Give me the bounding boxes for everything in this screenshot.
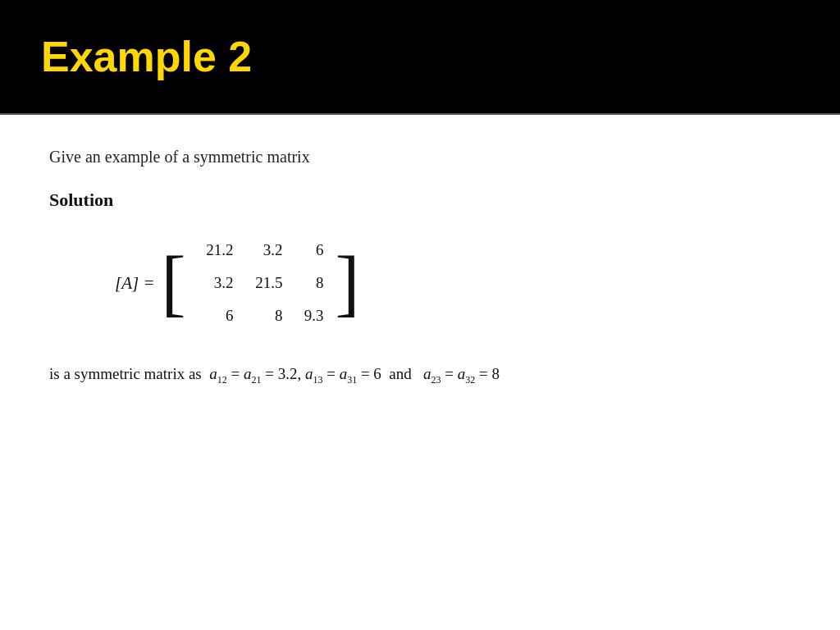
cell-0-2: 6	[290, 241, 331, 259]
statement-prefix: is a symmetric matrix as	[49, 360, 209, 388]
intro-text: Give an example of a symmetric matrix	[49, 148, 791, 167]
solution-label: Solution	[49, 189, 791, 211]
matrix-section: [A] = [ 21.2 3.2 6 3.2 21.5 8 6 8 9.3 ]	[115, 235, 791, 331]
statement-line: is a symmetric matrix as a12 = a21 = 3.2…	[49, 360, 791, 389]
bracket-right: ]	[336, 246, 360, 320]
header: Example 2	[0, 0, 840, 115]
bracket-left: [	[162, 246, 186, 320]
matrix-grid: 21.2 3.2 6 3.2 21.5 8 6 8 9.3	[191, 235, 331, 331]
and-text: and	[389, 360, 423, 388]
condition-2: a13 = a31 = 6	[305, 360, 389, 389]
matrix-label: [A] =	[115, 273, 155, 294]
cell-0-0: 21.2	[191, 241, 240, 259]
condition-1: a12 = a21 = 3.2,	[209, 360, 305, 389]
matrix-bracket-container: [ 21.2 3.2 6 3.2 21.5 8 6 8 9.3 ]	[162, 235, 360, 331]
cell-1-1: 21.5	[240, 274, 290, 292]
main-content: Give an example of a symmetric matrix So…	[0, 115, 840, 422]
condition-3: a23 = a32 = 8	[423, 360, 500, 389]
cell-2-0: 6	[191, 307, 240, 325]
page-title: Example 2	[41, 32, 252, 81]
cell-2-2: 9.3	[290, 307, 331, 325]
cell-0-1: 3.2	[240, 241, 290, 259]
cell-2-1: 8	[240, 307, 290, 325]
cell-1-0: 3.2	[191, 274, 240, 292]
cell-1-2: 8	[290, 274, 331, 292]
